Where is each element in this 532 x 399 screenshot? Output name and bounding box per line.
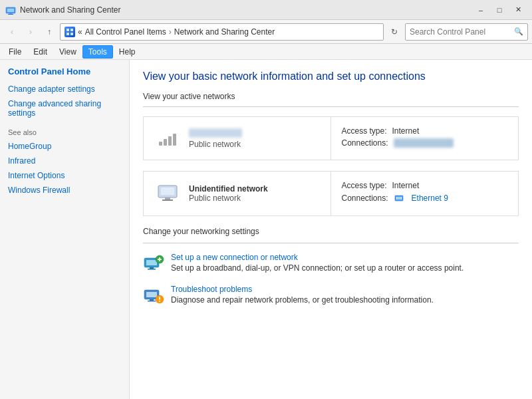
breadcrumb-part1: All Control Panel Items <box>85 27 166 37</box>
window-title: Network and Sharing Center <box>20 5 472 15</box>
settings-item-text-2: Troubleshoot problems Diagnose and repai… <box>171 285 434 305</box>
sidebar-change-adapter[interactable]: Change adapter settings <box>8 84 121 94</box>
menu-tools[interactable]: Tools <box>82 45 113 59</box>
sidebar-infrared[interactable]: Infrared <box>8 156 121 166</box>
network-name-2: Unidentified network <box>189 184 268 194</box>
troubleshoot-link[interactable]: Troubleshoot problems <box>171 285 434 294</box>
access-type-label-1: Access type: <box>342 126 387 136</box>
connections-row-2: Connections: Ethernet 9 <box>342 193 508 203</box>
svg-rect-26 <box>148 301 156 302</box>
connections-value-blurred <box>394 138 454 148</box>
connections-label-2: Connections: <box>342 194 388 203</box>
settings-item-2: Troubleshoot problems Diagnose and repai… <box>143 285 519 306</box>
menu-help[interactable]: Help <box>113 45 142 59</box>
refresh-button[interactable]: ↻ <box>386 24 402 40</box>
troubleshoot-desc: Diagnose and repair network problems, or… <box>171 295 434 305</box>
network-item-1: Public network Access type: Internet Con… <box>143 116 519 160</box>
breadcrumb-current: Network and Sharing Center <box>174 27 275 37</box>
active-networks-label: View your active networks <box>143 92 519 101</box>
new-connection-desc: Set up a broadband, dial-up, or VPN conn… <box>171 263 464 273</box>
up-button[interactable]: ↑ <box>41 24 57 40</box>
svg-rect-29 <box>159 301 160 302</box>
control-panel-icon <box>65 27 75 37</box>
troubleshoot-icon <box>143 285 164 306</box>
content-area: View your basic network information and … <box>130 60 532 399</box>
breadcrumb-sep: › <box>169 27 172 37</box>
new-connection-link[interactable]: Set up a new connection or network <box>171 253 464 262</box>
network-wifi-icon-1 <box>154 128 181 148</box>
connections-label-1: Connections: <box>342 138 388 148</box>
network-right-2: Access type: Internet Connections: Ether… <box>331 172 519 215</box>
app-icon <box>5 5 16 15</box>
svg-rect-11 <box>162 200 173 201</box>
svg-rect-22 <box>159 257 160 261</box>
svg-rect-4 <box>66 29 69 31</box>
connections-row-1: Connections: <box>342 138 508 148</box>
forward-button[interactable]: › <box>23 24 39 40</box>
network-item-2: Unidentified network Public network Acce… <box>143 171 519 216</box>
svg-rect-18 <box>150 267 154 269</box>
svg-rect-1 <box>7 9 14 12</box>
sidebar: Control Panel Home Change adapter settin… <box>0 60 130 399</box>
svg-rect-24 <box>146 292 157 297</box>
ethernet-link[interactable]: Ethernet 9 <box>412 194 448 203</box>
maximize-button[interactable]: □ <box>491 3 508 17</box>
sidebar-homegroup[interactable]: HomeGroup <box>8 142 121 151</box>
svg-rect-7 <box>70 33 73 35</box>
svg-rect-6 <box>66 33 69 35</box>
sidebar-change-advanced[interactable]: Change advanced sharing settings <box>8 99 121 118</box>
divider-1 <box>143 106 519 107</box>
settings-item-text-1: Set up a new connection or network Set u… <box>171 253 464 273</box>
back-button[interactable]: ‹ <box>4 24 20 40</box>
network-left-2: Unidentified network Public network <box>144 172 331 215</box>
title-bar: Network and Sharing Center – □ ✕ <box>0 0 532 20</box>
search-bar[interactable]: 🔍 <box>405 23 528 41</box>
search-input[interactable] <box>410 27 514 37</box>
minimize-button[interactable]: – <box>472 3 489 17</box>
svg-rect-9 <box>161 188 174 195</box>
svg-rect-10 <box>165 198 170 200</box>
access-type-label-2: Access type: <box>342 181 387 190</box>
divider-2 <box>143 243 519 243</box>
page-title: View your basic network information and … <box>143 70 519 82</box>
access-type-value-2: Internet <box>392 181 420 190</box>
svg-rect-17 <box>146 260 157 265</box>
network-right-1: Access type: Internet Connections: <box>331 117 519 160</box>
sidebar-windows-firewall[interactable]: Windows Firewall <box>8 186 121 195</box>
svg-rect-28 <box>159 297 160 300</box>
network-type-1: Public network <box>189 140 242 149</box>
menu-edit[interactable]: Edit <box>27 45 53 59</box>
network-type-2: Public network <box>189 194 268 203</box>
menu-file[interactable]: File <box>3 45 27 59</box>
menu-bar: File Edit View Tools Help <box>0 44 532 60</box>
svg-rect-3 <box>8 14 13 15</box>
networking-settings: Change your networking settings <box>143 227 519 306</box>
network-left-1: Public network <box>144 117 331 160</box>
address-bar: ‹ › ↑ « All Control Panel Items › Networ… <box>0 20 532 44</box>
access-type-row-1: Access type: Internet <box>342 126 508 136</box>
network-name-blurred <box>189 128 242 138</box>
svg-rect-5 <box>70 29 73 31</box>
search-icon: 🔍 <box>514 27 523 36</box>
sidebar-see-also-label: See also <box>8 128 121 136</box>
access-type-row-2: Access type: Internet <box>342 181 508 190</box>
svg-rect-13 <box>396 197 398 200</box>
menu-view[interactable]: View <box>53 45 82 59</box>
network-info-left-2: Unidentified network Public network <box>189 184 268 203</box>
ethernet-icon <box>394 193 404 203</box>
window-controls: – □ ✕ <box>472 3 527 17</box>
svg-rect-14 <box>398 197 400 200</box>
new-connection-icon <box>143 253 164 274</box>
main-layout: Control Panel Home Change adapter settin… <box>0 60 532 399</box>
breadcrumb[interactable]: « All Control Panel Items › Network and … <box>60 23 384 41</box>
svg-rect-15 <box>400 197 402 200</box>
breadcrumb-root: « <box>78 27 82 37</box>
sidebar-internet-options[interactable]: Internet Options <box>8 171 121 180</box>
close-button[interactable]: ✕ <box>509 3 527 17</box>
network-info-left-1: Public network <box>189 128 242 149</box>
networking-settings-label: Change your networking settings <box>143 227 519 236</box>
sidebar-control-panel-home[interactable]: Control Panel Home <box>8 66 121 76</box>
network-wifi-icon-2 <box>154 184 181 203</box>
svg-rect-19 <box>148 269 156 270</box>
settings-item-1: Set up a new connection or network Set u… <box>143 253 519 274</box>
